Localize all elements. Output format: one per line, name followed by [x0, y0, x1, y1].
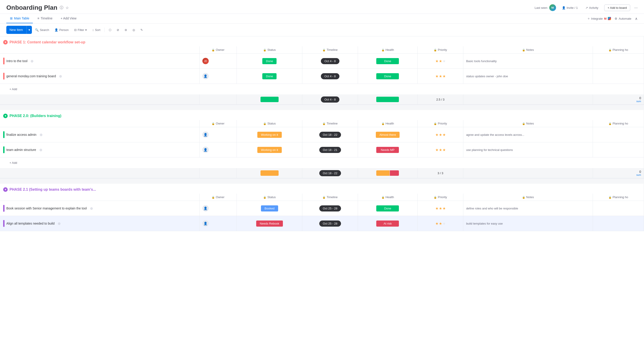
- group-button[interactable]: ⊜: [122, 27, 129, 33]
- phase1-header-cell: ▾ PHASE 1: Content calendar workflow set…: [0, 36, 644, 46]
- p2r1-health-cell[interactable]: Almost there: [358, 127, 418, 142]
- col-status: 🔒Status: [237, 46, 302, 53]
- row2-name-cell: general monday.com training board ⊕: [0, 69, 200, 84]
- row-name[interactable]: Book session with Senior management to e…: [6, 207, 87, 210]
- row-color-bar: [3, 220, 4, 227]
- edit-button[interactable]: ✎: [138, 27, 145, 33]
- p2r1-timeline-cell[interactable]: Oct 18 - 22: [302, 127, 358, 142]
- person-button[interactable]: 👤 Person: [52, 27, 71, 33]
- p21r2-timeline-cell[interactable]: Oct 25 - 28: [302, 216, 358, 231]
- summary-status-bar: [260, 97, 278, 102]
- link-button[interactable]: ⬡: [106, 27, 114, 33]
- phase1-add-row[interactable]: + Add: [0, 84, 644, 95]
- filter-button[interactable]: ⊟ Filter ▾: [72, 27, 89, 33]
- phase2-summary-owner: [200, 168, 237, 178]
- info-icon[interactable]: ⓘ: [60, 5, 63, 10]
- p21r2-status-cell[interactable]: Needs Rebook: [237, 216, 302, 231]
- row2-health-cell[interactable]: Done: [358, 69, 418, 84]
- p2r2-timeline-cell[interactable]: Oct 18 - 21: [302, 142, 358, 157]
- p21r2-owner-cell[interactable]: 👤: [200, 216, 237, 231]
- row1-timeline-cell[interactable]: Oct 4 - 8: [302, 53, 358, 69]
- p2r2-owner-cell[interactable]: 👤: [200, 142, 237, 157]
- phase1-toggle[interactable]: ▾: [3, 40, 8, 44]
- phase1-title: ▾ PHASE 1: Content calendar workflow set…: [3, 40, 638, 44]
- row1-status-cell[interactable]: Done: [237, 53, 302, 69]
- summary-timeline: Oct 4 - 8: [321, 96, 340, 103]
- timeline-badge: Oct 25 - 28: [319, 205, 341, 211]
- p2r1-status-cell[interactable]: Working on it: [237, 127, 302, 142]
- integrate-button[interactable]: ⟡ Integrate M: [588, 17, 611, 20]
- phase2-add-button[interactable]: + Add: [3, 159, 641, 166]
- new-item-dropdown-arrow[interactable]: ▾: [26, 26, 32, 34]
- star3: ★: [442, 74, 446, 78]
- p2r1-priority-cell[interactable]: ★ ★ ★: [418, 127, 463, 142]
- row-name[interactable]: team admin structure: [6, 148, 36, 152]
- phase21-toggle[interactable]: ▾: [3, 187, 8, 192]
- row-add-icon[interactable]: ⊕: [39, 148, 42, 152]
- col-name: [0, 46, 200, 53]
- automate-button[interactable]: ⚙ Automate: [614, 17, 631, 20]
- color-button[interactable]: ◎: [130, 27, 137, 33]
- table-row: Align all templates needed to build ⊕ 👤 …: [0, 216, 644, 231]
- col-timeline: 🔒Timeline: [302, 194, 358, 201]
- new-item-button[interactable]: New Item ▾: [6, 26, 32, 34]
- phase1-summary-status: [237, 94, 302, 105]
- phase2-toggle[interactable]: ▾: [3, 114, 8, 118]
- p21r1-owner-cell[interactable]: 👤: [200, 201, 237, 216]
- row2-priority-cell[interactable]: ★ ★ ★: [418, 69, 463, 84]
- p21r1-priority-cell[interactable]: ★ ★ ★: [418, 201, 463, 216]
- row-add-icon[interactable]: ⊕: [40, 133, 42, 137]
- phase1-add-button[interactable]: + Add: [3, 86, 641, 93]
- tab-main-table[interactable]: ⊞ Main Table: [6, 14, 33, 23]
- tabs-bar: ⊞ Main Table ≡ Timeline + Add View ⟡ Int…: [0, 14, 644, 23]
- row1-owner-cell[interactable]: JD: [200, 53, 237, 69]
- p21r1-timeline-cell[interactable]: Oct 25 - 28: [302, 201, 358, 216]
- row1-health-cell[interactable]: Done: [358, 53, 418, 69]
- row-name[interactable]: Align all templates needed to build: [6, 222, 54, 225]
- timeline-badge: Oct 18 - 22: [319, 132, 341, 138]
- collapse-button[interactable]: ∧: [635, 16, 638, 21]
- header: Onboarding Plan ⓘ ☆ Last seen NI 👤 Invit…: [0, 0, 644, 14]
- more-options-button[interactable]: ···: [634, 5, 638, 10]
- p21r1-status-cell[interactable]: Booked: [237, 201, 302, 216]
- star-icon[interactable]: ☆: [66, 6, 69, 10]
- p2r2-priority-cell[interactable]: ★ ★ ★: [418, 142, 463, 157]
- phase1-summary-notes: [463, 94, 593, 105]
- row-add-icon[interactable]: ⊕: [59, 74, 62, 78]
- row2-timeline-cell[interactable]: Oct 4 - 8: [302, 69, 358, 84]
- p21r2-priority-cell[interactable]: ★ ★ ★: [418, 216, 463, 231]
- table-row: Intro to the tool ⊕ JD Done Oct 4 - 8 Do…: [0, 53, 644, 69]
- sort-button[interactable]: ↕ Sort: [90, 27, 102, 33]
- phase21-section: ▾ PHASE 2.1 (Setting up teams boards wit…: [0, 184, 644, 231]
- owner-placeholder: 👤: [202, 131, 209, 138]
- row1-priority-cell[interactable]: ★ ★ ★: [418, 53, 463, 69]
- row2-owner-cell[interactable]: 👤: [200, 69, 237, 84]
- row-add-icon[interactable]: ⊕: [58, 221, 60, 226]
- row-name[interactable]: finalize access admin: [6, 133, 36, 136]
- search-button[interactable]: 🔍 Search: [33, 27, 51, 33]
- p2r2-health-cell[interactable]: Needs MP: [358, 142, 418, 157]
- health-badge: Done: [376, 205, 399, 211]
- row-add-icon[interactable]: ⊕: [30, 59, 34, 63]
- col-owner: 🔒Owner: [200, 194, 237, 201]
- hide-button[interactable]: ⊘: [114, 27, 122, 33]
- health-badge: Done: [376, 58, 399, 64]
- p2r1-owner-cell[interactable]: 👤: [200, 127, 237, 142]
- tab-add-view[interactable]: + Add View: [57, 14, 80, 23]
- tab-timeline[interactable]: ≡ Timeline: [34, 14, 56, 23]
- notes-text: status updates owner - john doe: [466, 74, 508, 78]
- add-to-board-button[interactable]: + Add to board: [604, 4, 630, 11]
- p21r2-health-cell[interactable]: At risk: [358, 216, 418, 231]
- p2r2-status-cell[interactable]: Working on it: [237, 142, 302, 157]
- phase2-add-row[interactable]: + Add: [0, 157, 644, 168]
- invite-button[interactable]: 👤 Invite / 1: [560, 5, 580, 11]
- notes-text: build templates for easy use: [466, 222, 503, 225]
- row2-status-cell[interactable]: Done: [237, 69, 302, 84]
- row-name[interactable]: Intro to the tool: [6, 59, 27, 63]
- p21r1-health-cell[interactable]: Done: [358, 201, 418, 216]
- hide-icon: ⊘: [117, 28, 119, 32]
- row-add-icon[interactable]: ⊕: [90, 206, 93, 211]
- row-name[interactable]: general monday.com training board: [6, 74, 56, 78]
- activity-button[interactable]: ↗ Activity: [584, 5, 600, 11]
- phase21-label: PHASE 2.1 (Setting up teams boards with …: [10, 188, 96, 192]
